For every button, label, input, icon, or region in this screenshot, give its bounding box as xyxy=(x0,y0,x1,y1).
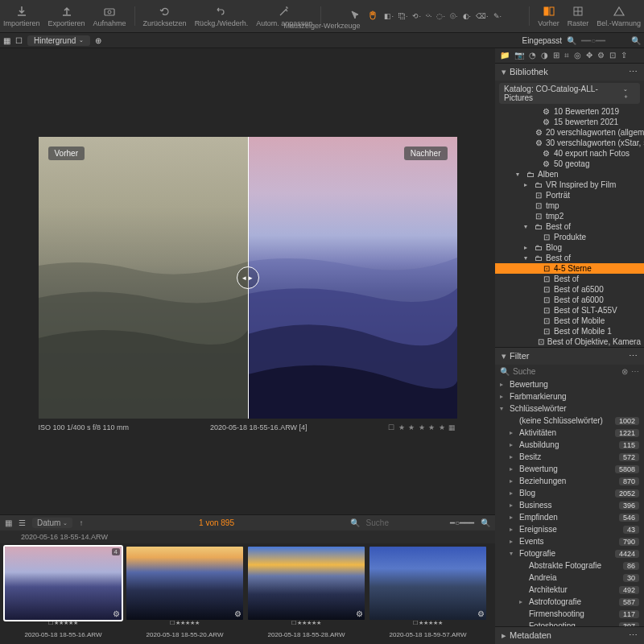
tree-item[interactable]: ⊡Porträt xyxy=(495,190,644,200)
tree-item[interactable]: ⚙40 export nach Fotos xyxy=(495,148,644,159)
reset-button[interactable]: Zurücksetzen xyxy=(143,5,187,27)
before-after-compare[interactable]: Vorher Nachher ◂ ▸ xyxy=(39,137,457,419)
thumbnail[interactable]: ⚙☐ ★★★★★2020-05-18 18-59-57.ARW xyxy=(369,547,486,641)
thumbnail[interactable]: 4⚙☐ ★★★★★2020-05-18 18-55-16.ARW xyxy=(5,547,122,641)
album-icon: ⊡ xyxy=(542,285,551,294)
erase-icon[interactable]: ⌫· xyxy=(476,12,489,20)
compare-handle[interactable]: ◂ ▸ xyxy=(237,266,259,289)
filter-item[interactable]: Abstrakte Fotografie86 xyxy=(495,559,644,572)
library-panel-header[interactable]: ▾Bibliothek⋯ xyxy=(495,63,644,80)
tree-item[interactable]: ⊡Best of xyxy=(495,274,644,284)
library-tab-icon[interactable]: 📁 xyxy=(500,51,510,60)
gear-icon[interactable]: ⚙ xyxy=(477,609,485,618)
filter-item[interactable]: ▸Bewertung5808 xyxy=(495,463,644,475)
sort-asc-icon[interactable]: ↑ xyxy=(79,518,83,527)
tree-item[interactable]: ▸🗀Blog xyxy=(495,242,644,253)
catalog-selector[interactable]: Katalog: CO-Catalog-ALL-Pictures⌄ ＋ xyxy=(499,83,640,104)
before-after-button[interactable]: Vorher xyxy=(538,5,559,27)
tree-item[interactable]: ⊡4-5 Sterne xyxy=(495,263,644,274)
browser-count: 1 von 895 xyxy=(199,518,234,527)
filter-item[interactable]: ▸Aktivitäten1221 xyxy=(495,427,644,439)
add-variant-icon[interactable]: ⊕ xyxy=(95,36,101,45)
filter-item[interactable]: Andreia30 xyxy=(495,572,644,584)
filter-item[interactable]: Architektur492 xyxy=(495,584,644,596)
filter-item[interactable]: Firmenshooting117 xyxy=(495,608,644,620)
filter-item[interactable]: ▸Business396 xyxy=(495,499,644,511)
tree-item[interactable]: ⚙20 verschlagworten (allgemein) xyxy=(495,127,644,138)
filter-item[interactable]: ▾Schlüsselwörter xyxy=(495,402,644,415)
view-single-icon[interactable]: ☐ xyxy=(15,36,23,45)
rotate-icon[interactable]: ⟲· xyxy=(412,12,421,20)
tree-item[interactable]: ⊡Best of SLT-A55V xyxy=(495,305,644,316)
browser-search2-icon[interactable]: 🔍 xyxy=(481,518,490,527)
keystone-icon[interactable]: ⌔· xyxy=(426,12,432,20)
album-icon: ⊡ xyxy=(542,316,551,325)
search-icon[interactable]: 🔍 xyxy=(631,36,641,45)
search-icon: 🔍 xyxy=(500,367,510,376)
tree-item[interactable]: ▾🗀Alben xyxy=(495,169,644,180)
tree-item[interactable]: ⊡Best of Mobile xyxy=(495,316,644,326)
crop-icon[interactable]: ⿻· xyxy=(398,12,408,20)
import-button[interactable]: Importieren xyxy=(3,5,40,27)
tree-item[interactable]: ⊡tmp2 xyxy=(495,211,644,221)
view-list-icon[interactable]: ▦ xyxy=(3,36,10,45)
browser-list-icon[interactable]: ☰ xyxy=(19,518,26,527)
brush-icon[interactable]: ⦾· xyxy=(450,12,458,21)
rating-stars[interactable]: ☐ ★ ★ ★ ★ ★ ▦ xyxy=(388,423,456,431)
tree-item[interactable]: ⊡Best of Objektive, Kamera xyxy=(495,336,644,347)
filter-item[interactable]: ▾Fotografie4424 xyxy=(495,547,644,559)
filter-item[interactable]: ▸Besitz572 xyxy=(495,451,644,463)
filter-item[interactable]: (keine Schlüsselwörter)1002 xyxy=(495,415,644,427)
grid-button[interactable]: Raster xyxy=(568,5,589,27)
exposure-warning-button[interactable]: Bel.-Warnung xyxy=(597,5,641,27)
tree-item[interactable]: ⊡Produkte xyxy=(495,232,644,242)
browser-grid-icon[interactable]: ▦ xyxy=(5,518,12,527)
picker-icon[interactable]: ◧· xyxy=(384,12,394,20)
filter-item[interactable]: Fotoshooting397 xyxy=(495,620,644,626)
tree-item[interactable]: ⊡tmp xyxy=(495,200,644,211)
capture-button[interactable]: Aufnahme xyxy=(93,5,126,27)
filter-item[interactable]: ▸Bewertung xyxy=(495,378,644,390)
tree-item[interactable]: ⚙10 Bewerten 2019 xyxy=(495,106,644,117)
thumbnail[interactable]: ⚙☐ ★★★★★2020-05-18 18-55-20.ARW xyxy=(126,547,243,641)
filter-item[interactable]: ▸Blog2052 xyxy=(495,487,644,499)
filter-item[interactable]: ▸Ausbildung115 xyxy=(495,439,644,451)
gear-icon[interactable]: ⚙ xyxy=(356,609,363,618)
tree-item[interactable]: ⚙15 bewerten 2021 xyxy=(495,117,644,127)
tree-item[interactable]: ⊡Best of a6000 xyxy=(495,295,644,305)
zoom-fit-label[interactable]: Eingepasst xyxy=(522,36,561,45)
tree-item[interactable]: ▾🗀Best of xyxy=(495,253,644,263)
tree-item[interactable]: ▾🗀Best of xyxy=(495,221,644,232)
export-button[interactable]: Exportieren xyxy=(48,5,85,27)
tree-item[interactable]: ⚙30 verschlagworten (xStar, 500px,... xyxy=(495,138,644,148)
tree-item[interactable]: ▸🗀VR Inspired by Film xyxy=(495,180,644,190)
filter-item[interactable]: ▸Astrofotografie587 xyxy=(495,596,644,608)
filter-item[interactable]: ▸Ereignisse43 xyxy=(495,523,644,535)
gear-icon[interactable]: ⚙ xyxy=(234,609,242,618)
filter-item[interactable]: ▸Farbmarkierung xyxy=(495,390,644,402)
filter-item[interactable]: ▸Empfinden546 xyxy=(495,511,644,523)
spot-icon[interactable]: ◌· xyxy=(436,12,445,20)
gradient-icon[interactable]: ◐· xyxy=(463,12,472,20)
browser-search[interactable]: Suche xyxy=(366,518,389,527)
sort-selector[interactable]: Datum⌄ xyxy=(32,518,72,528)
undo-redo-button[interactable]: Rückg./Wiederh. xyxy=(195,5,249,27)
gear-icon[interactable]: ⚙ xyxy=(113,609,120,618)
hand-icon[interactable] xyxy=(366,9,379,23)
tree-item[interactable]: ⊡Best of a6500 xyxy=(495,284,644,295)
clear-icon[interactable]: ⊗ xyxy=(621,367,628,376)
variant-selector[interactable]: Hintergrund ⌄ xyxy=(27,35,90,46)
thumbnail[interactable]: ⚙☐ ★★★★★2020-05-18 18-55-28.ARW xyxy=(248,547,365,641)
album-icon: ⊡ xyxy=(534,201,543,210)
tree-item[interactable]: ⊡Best of Mobile 1 xyxy=(495,326,644,336)
tree-item[interactable]: ⚙50 geotag xyxy=(495,159,644,169)
filter-panel-header[interactable]: ▾Filter⋯ xyxy=(495,347,644,365)
filter-item[interactable]: ▸Events790 xyxy=(495,535,644,547)
loupe-icon[interactable]: 🔍 xyxy=(567,36,576,45)
browser-search-icon[interactable]: 🔍 xyxy=(350,518,360,527)
filter-item[interactable]: ▸Beziehungen870 xyxy=(495,475,644,487)
camera-tab-icon[interactable]: 📷 xyxy=(514,51,524,60)
metadata-panel-header[interactable]: ▸Metadaten⋯ xyxy=(495,626,644,644)
filter-search[interactable]: 🔍Suche⊗⋯ xyxy=(495,365,644,378)
annotate-icon[interactable]: ✎· xyxy=(493,12,502,20)
